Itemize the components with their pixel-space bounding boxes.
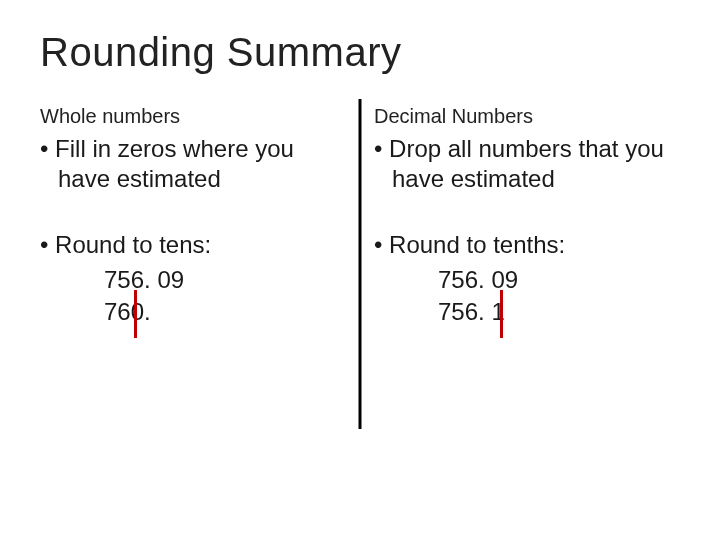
left-bullet-1: Fill in zeros where you have estimated xyxy=(40,134,346,194)
right-heading: Decimal Numbers xyxy=(374,105,680,128)
left-column: Whole numbers Fill in zeros where you ha… xyxy=(40,105,360,465)
right-block-1: Drop all numbers that you have estimated xyxy=(374,134,680,194)
right-column: Decimal Numbers Drop all numbers that yo… xyxy=(360,105,680,465)
left-example-value-2: 760. xyxy=(104,298,151,325)
page-title: Rounding Summary xyxy=(40,30,680,75)
left-block-1: Fill in zeros where you have estimated xyxy=(40,134,346,194)
rounding-mark-icon xyxy=(134,290,137,338)
left-example-line-1: 756. 09 xyxy=(104,264,346,296)
left-example-line-2: 760. xyxy=(104,296,151,328)
left-heading: Whole numbers xyxy=(40,105,346,128)
column-divider xyxy=(359,99,362,429)
right-block-2: Round to tenths: 756. 09 756. 1 xyxy=(374,230,680,329)
slide: Rounding Summary Whole numbers Fill in z… xyxy=(0,0,720,540)
right-example: 756. 09 756. 1 xyxy=(374,264,680,329)
rounding-mark-icon xyxy=(500,290,503,338)
columns: Whole numbers Fill in zeros where you ha… xyxy=(40,105,680,465)
right-example-line-2: 756. 1 xyxy=(438,296,505,328)
right-example-line-1: 756. 09 xyxy=(438,264,680,296)
left-block-2: Round to tens: 756. 09 760. xyxy=(40,230,346,329)
right-bullet-1: Drop all numbers that you have estimated xyxy=(374,134,680,194)
left-example: 756. 09 760. xyxy=(40,264,346,329)
right-bullet-2: Round to tenths: xyxy=(374,230,680,260)
right-example-value-2: 756. 1 xyxy=(438,298,505,325)
left-bullet-2: Round to tens: xyxy=(40,230,346,260)
